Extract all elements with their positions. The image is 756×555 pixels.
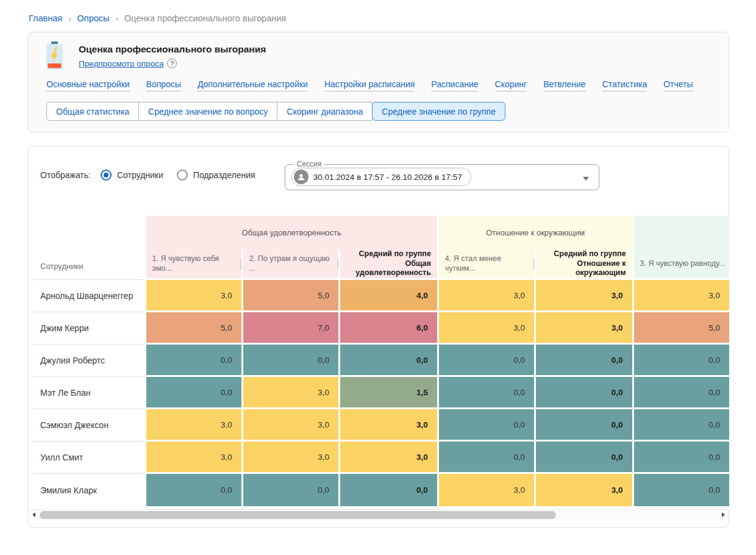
score-cell: 0,0 — [338, 345, 437, 377]
table-viewport: СотрудникиОбщая удовлетворенностьОтношен… — [33, 216, 729, 506]
avatar-icon — [294, 170, 308, 184]
chevron-down-icon[interactable] — [583, 177, 589, 181]
table-row: Уилл Смит3,03,03,00,00,00,0 — [33, 442, 729, 474]
score-cell: 0,0 — [534, 345, 632, 377]
radio-label: Сотрудники — [117, 170, 163, 180]
score-cell: 3,0 — [338, 409, 437, 442]
scrollbar-track[interactable] — [38, 511, 718, 519]
battery-icon — [46, 41, 63, 70]
display-radio-group: СотрудникиПодразделения — [101, 170, 269, 181]
score-cell: 0,0 — [338, 474, 437, 506]
statistics-card: Отображать: СотрудникиПодразделения Сесс… — [27, 146, 729, 528]
score-cell: 3,0 — [534, 280, 632, 312]
score-cell: 7,0 — [241, 312, 338, 345]
group-header: Отношение к окружающим — [437, 216, 632, 249]
radio-icon[interactable] — [177, 170, 188, 181]
breadcrumb-separator-icon: › — [115, 14, 118, 23]
radio-icon[interactable] — [101, 170, 112, 181]
breadcrumb-separator-icon: › — [68, 14, 71, 23]
score-cell: 5,0 — [144, 312, 241, 345]
employee-name: Сэмюэл Джексон — [33, 409, 144, 442]
stat-tab[interactable]: Скоринг диапазона — [277, 102, 373, 121]
table-row: Джим Керри5,07,06,03,03,05,0 — [33, 312, 729, 345]
score-cell: 0,0 — [534, 409, 632, 442]
score-cell: 0,0 — [144, 377, 241, 409]
score-cell: 0,0 — [534, 377, 632, 409]
table-row: Мэт Ле Блан0,03,01,50,00,00,0 — [33, 377, 729, 409]
scores-table: СотрудникиОбщая удовлетворенностьОтношен… — [33, 216, 729, 506]
score-cell: 3,0 — [241, 442, 338, 474]
employees-column-header: Сотрудники — [33, 216, 144, 280]
group-header: Общая удовлетворенность — [144, 216, 437, 249]
radio-label: Подразделения — [193, 170, 255, 180]
score-cell: 5,0 — [632, 312, 729, 345]
score-cell: 3,0 — [437, 474, 534, 506]
score-cell: 3,0 — [144, 409, 241, 442]
score-cell: 0,0 — [241, 345, 338, 377]
score-cell: 1,5 — [338, 377, 437, 409]
nav-tab[interactable]: Статистика — [602, 79, 647, 91]
employee-name: Эмилия Кларк — [33, 474, 144, 506]
employee-name: Уилл Смит — [33, 442, 144, 474]
score-cell: 3,0 — [534, 312, 632, 345]
score-cell: 0,0 — [632, 377, 729, 409]
nav-tab[interactable]: Вопросы — [146, 79, 181, 91]
column-header: Средний по группе Общая удовлетворенност… — [338, 249, 437, 280]
score-cell: 0,0 — [632, 442, 729, 474]
score-cell: 3,0 — [338, 442, 437, 474]
nav-tab[interactable]: Дополнительные настройки — [198, 79, 308, 91]
session-chip[interactable]: 30.01.2024 в 17:57 - 26.10.2026 в 17:57 — [291, 168, 471, 186]
score-cell: 0,0 — [437, 442, 534, 474]
survey-preview-link[interactable]: Предпросмотр опроса — [79, 59, 163, 68]
survey-title: Оценка профессионального выгорания — [79, 44, 266, 55]
scroll-left-arrow-icon[interactable] — [29, 510, 38, 520]
score-cell: 0,0 — [632, 474, 729, 506]
filter-row: Отображать: СотрудникиПодразделения Сесс… — [28, 159, 729, 190]
stat-tab[interactable]: Среднее значение по вопросу — [138, 102, 277, 121]
nav-tab[interactable]: Отчеты — [663, 79, 693, 91]
nav-tab[interactable]: Ветвление — [543, 79, 585, 91]
employee-name: Мэт Ле Блан — [33, 377, 144, 409]
session-legend: Сессия — [294, 160, 325, 168]
employee-name: Джим Керри — [33, 312, 144, 345]
help-icon[interactable]: ? — [167, 59, 177, 68]
score-cell: 6,0 — [338, 312, 437, 345]
score-cell: 3,0 — [534, 474, 632, 506]
score-cell: 0,0 — [144, 474, 241, 506]
table-row: Эмилия Кларк0,00,00,03,03,00,0 — [33, 474, 729, 506]
score-cell: 3,0 — [241, 377, 338, 409]
survey-head: Оценка профессионального выгорания Предп… — [40, 41, 716, 70]
table-row: Арнольд Шварценеггер3,05,04,03,03,03,0 — [33, 280, 729, 312]
session-select[interactable]: Сессия 30.01.2024 в 17:57 - 26.10.2026 в… — [285, 160, 599, 190]
breadcrumb-link[interactable]: Опросы — [77, 13, 110, 23]
survey-header-card: Оценка профессионального выгорания Предп… — [27, 32, 729, 132]
score-cell: 0,0 — [437, 345, 534, 377]
display-radio-option[interactable]: Сотрудники — [101, 170, 163, 181]
column-header: 4. Я стал менее чутким... — [437, 249, 534, 280]
nav-tab[interactable]: Основные настройки — [46, 79, 130, 91]
stat-tab[interactable]: Среднее значение по группе — [372, 102, 505, 121]
display-radio-option[interactable]: Подразделения — [177, 170, 255, 181]
breadcrumb-link[interactable]: Главная — [29, 13, 62, 23]
scrollbar-thumb[interactable] — [40, 511, 556, 519]
score-cell: 3,0 — [241, 409, 338, 442]
table-row: Джулия Робертс0,00,00,00,00,00,0 — [33, 345, 729, 377]
stat-tab[interactable]: Общая статистика — [46, 102, 139, 121]
score-cell: 0,0 — [437, 377, 534, 409]
scroll-right-arrow-icon[interactable] — [718, 510, 728, 520]
score-cell: 0,0 — [241, 474, 338, 506]
table-row: Сэмюэл Джексон3,03,03,00,00,00,0 — [33, 409, 729, 442]
nav-tab[interactable]: Расписание — [431, 79, 478, 91]
nav-tab[interactable]: Настройки расписания — [324, 79, 415, 91]
survey-nav-tabs: Основные настройкиВопросыДополнительные … — [40, 79, 716, 91]
score-cell: 0,0 — [632, 345, 729, 377]
breadcrumb-current: Оценка профессионального выгорания — [124, 13, 286, 23]
score-cell: 3,0 — [437, 280, 534, 312]
score-cell: 3,0 — [437, 312, 534, 345]
survey-title-block: Оценка профессионального выгорания Предп… — [79, 41, 266, 68]
column-header: Средний по группе Отношение к окружающим — [534, 249, 632, 280]
column-header: 3. Я чувствую равноду... — [632, 249, 729, 280]
nav-tab[interactable]: Скоринг — [495, 79, 527, 91]
score-cell: 0,0 — [144, 345, 241, 377]
score-cell: 3,0 — [144, 442, 241, 474]
